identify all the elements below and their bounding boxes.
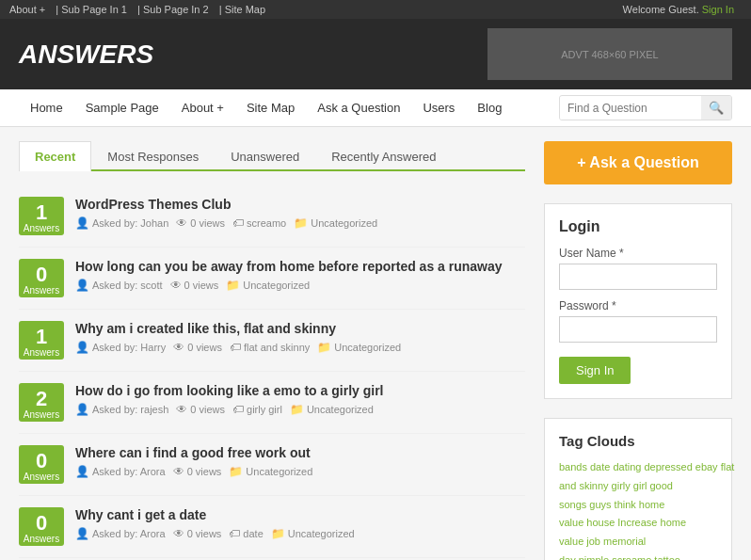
question-author: 👤Asked by: Arora bbox=[75, 465, 166, 478]
tag-link[interactable]: dating bbox=[613, 461, 641, 472]
answer-count: 1 Answers bbox=[19, 321, 64, 360]
tag-link[interactable]: bands bbox=[559, 461, 587, 472]
username-input[interactable] bbox=[559, 264, 717, 290]
tag-link[interactable]: girly girl bbox=[612, 480, 647, 491]
question-meta: 👤Asked by: Harry 👁0 views 🏷flat and skin… bbox=[75, 341, 525, 354]
question-author: 👤Asked by: rajesh bbox=[75, 403, 168, 416]
question-tag: 🏷date bbox=[229, 527, 263, 540]
admin-bar: About + | Sub Page In 1 | Sub Page In 2 … bbox=[0, 0, 751, 19]
question-title[interactable]: WordPress Themes Club bbox=[75, 197, 525, 212]
question-views: 👁0 views bbox=[173, 341, 222, 354]
tag-link[interactable]: date bbox=[590, 461, 610, 472]
tag-link[interactable]: job bbox=[586, 536, 600, 547]
question-meta: 👤Asked by: Arora 👁0 views 📁Uncategorized bbox=[75, 465, 525, 478]
question-meta: 👤Asked by: scott 👁0 views 📁Uncategorized bbox=[75, 279, 525, 292]
question-body: Why am i created like this, flat and ski… bbox=[75, 321, 525, 354]
question-title[interactable]: Why cant i get a date bbox=[75, 507, 525, 522]
question-title[interactable]: Where can i find a good free work out bbox=[75, 445, 525, 460]
question-meta: 👤Asked by: Arora 👁0 views 🏷date 📁Uncateg… bbox=[75, 527, 525, 540]
question-meta: 👤Asked by: rajesh 👁0 views 🏷girly girl 📁… bbox=[75, 403, 525, 416]
question-category: 📁Uncategorized bbox=[229, 465, 312, 478]
answers-label: Answers bbox=[23, 409, 60, 420]
tag-clouds: Tag Clouds bandsdatedatingdepressedebayf… bbox=[544, 418, 732, 560]
question-item: 0 Answers Where can i find a good free w… bbox=[19, 434, 525, 496]
login-title: Login bbox=[559, 218, 717, 235]
question-author: 👤Asked by: scott bbox=[75, 279, 163, 292]
tag-link[interactable]: depressed bbox=[644, 461, 692, 472]
question-category: 📁Uncategorized bbox=[271, 527, 355, 540]
answer-number: 2 bbox=[23, 389, 60, 409]
answers-label: Answers bbox=[23, 285, 60, 296]
tag-list: bandsdatedatingdepressedebayflat and ski… bbox=[559, 458, 717, 560]
answer-count: 0 Answers bbox=[19, 507, 64, 546]
nav-site-map[interactable]: Site Map bbox=[235, 89, 306, 126]
question-body: Why cant i get a date 👤Asked by: Arora 👁… bbox=[75, 507, 525, 540]
site-header: ANSWERS ADVT 468×60 PIXEL bbox=[0, 19, 751, 89]
tab-recent[interactable]: Recent bbox=[19, 141, 91, 171]
tag-link[interactable]: ebay bbox=[695, 461, 718, 472]
admin-signin-link[interactable]: Sign In bbox=[702, 4, 734, 15]
admin-sitemap-link[interactable]: Site Map bbox=[225, 4, 265, 15]
ask-question-button[interactable]: + Ask a Question bbox=[544, 141, 732, 184]
question-title[interactable]: How long can you be away from home befor… bbox=[75, 259, 525, 274]
tab-most-responses[interactable]: Most Responses bbox=[91, 141, 215, 171]
tag-link[interactable]: tattoo bbox=[654, 554, 680, 560]
nav-links: Home Sample Page About + Site Map Ask a … bbox=[19, 89, 513, 126]
ad-banner: ADVT 468×60 PIXEL bbox=[487, 28, 732, 80]
tab-unanswered[interactable]: Unanswered bbox=[215, 141, 315, 171]
login-box: Login User Name * Password * Sign In bbox=[544, 203, 732, 399]
question-author: 👤Asked by: Harry bbox=[75, 341, 166, 354]
question-item: 0 Answers How long can you be away from … bbox=[19, 248, 525, 310]
question-item: 2 Answers How do i go from looking like … bbox=[19, 372, 525, 434]
question-title[interactable]: Why am i created like this, flat and ski… bbox=[75, 321, 525, 336]
question-category: 📁Uncategorized bbox=[294, 216, 377, 230]
question-author: 👤Asked by: Arora bbox=[75, 527, 166, 540]
question-item: 0 Answers Why cant i get a date 👤Asked b… bbox=[19, 496, 525, 558]
page-wrap: Recent Most Responses Unanswered Recentl… bbox=[0, 127, 751, 560]
admin-about-link[interactable]: About + bbox=[9, 4, 45, 15]
tabs: Recent Most Responses Unanswered Recentl… bbox=[19, 141, 525, 171]
question-body: Where can i find a good free work out 👤A… bbox=[75, 445, 525, 478]
question-category: 📁Uncategorized bbox=[290, 403, 374, 416]
search-button[interactable]: 🔍 bbox=[701, 96, 731, 120]
tag-link[interactable]: screamo bbox=[612, 554, 651, 560]
question-body: WordPress Themes Club 👤Asked by: Johan 👁… bbox=[75, 197, 525, 230]
question-category: 📁Uncategorized bbox=[226, 279, 310, 292]
answers-label: Answers bbox=[23, 534, 60, 544]
password-label: Password * bbox=[559, 299, 717, 312]
admin-subpage1-link[interactable]: Sub Page In 1 bbox=[61, 4, 127, 15]
question-meta: 👤Asked by: Johan 👁0 views 🏷screamo 📁Unca… bbox=[75, 216, 525, 230]
question-body: How do i go from looking like a emo to a… bbox=[75, 383, 525, 416]
signin-button[interactable]: Sign In bbox=[559, 357, 631, 384]
answers-label: Answers bbox=[23, 223, 60, 233]
answer-number: 1 bbox=[23, 327, 60, 347]
tag-link[interactable]: pimple bbox=[579, 554, 609, 560]
question-item: 1 Answers WordPress Themes Club 👤Asked b… bbox=[19, 185, 525, 248]
question-item: 1 Answers Why am i created like this, fl… bbox=[19, 310, 525, 372]
question-tag: 🏷flat and skinny bbox=[230, 341, 310, 354]
nav-ask-question[interactable]: Ask a Question bbox=[306, 89, 411, 126]
question-title[interactable]: How do i go from looking like a emo to a… bbox=[75, 383, 525, 398]
site-logo: ANSWERS bbox=[19, 40, 153, 70]
admin-bar-right: Welcome Guest. Sign In bbox=[623, 4, 742, 15]
nav-home[interactable]: Home bbox=[19, 89, 74, 126]
question-views: 👁0 views bbox=[170, 279, 219, 292]
nav-about[interactable]: About + bbox=[170, 89, 235, 126]
answer-count: 2 Answers bbox=[19, 383, 64, 422]
nav-users[interactable]: Users bbox=[411, 89, 466, 126]
nav-sample-page[interactable]: Sample Page bbox=[74, 89, 170, 126]
answer-count: 0 Answers bbox=[19, 445, 64, 484]
answers-label: Answers bbox=[23, 472, 60, 482]
question-tag: 🏷girly girl bbox=[232, 403, 282, 416]
tag-link[interactable]: guys bbox=[589, 499, 611, 510]
password-input[interactable] bbox=[559, 316, 717, 343]
tag-link[interactable]: house bbox=[586, 517, 615, 528]
search-input[interactable] bbox=[560, 97, 701, 120]
tag-link[interactable]: think bbox=[615, 499, 636, 510]
answers-label: Answers bbox=[23, 347, 60, 358]
search-box: 🔍 bbox=[559, 95, 732, 120]
nav-blog[interactable]: Blog bbox=[466, 89, 513, 126]
admin-subpage2-link[interactable]: Sub Page In 2 bbox=[143, 4, 209, 15]
answer-number: 1 bbox=[23, 202, 60, 223]
tab-recently-answered[interactable]: Recently Answered bbox=[315, 141, 452, 171]
